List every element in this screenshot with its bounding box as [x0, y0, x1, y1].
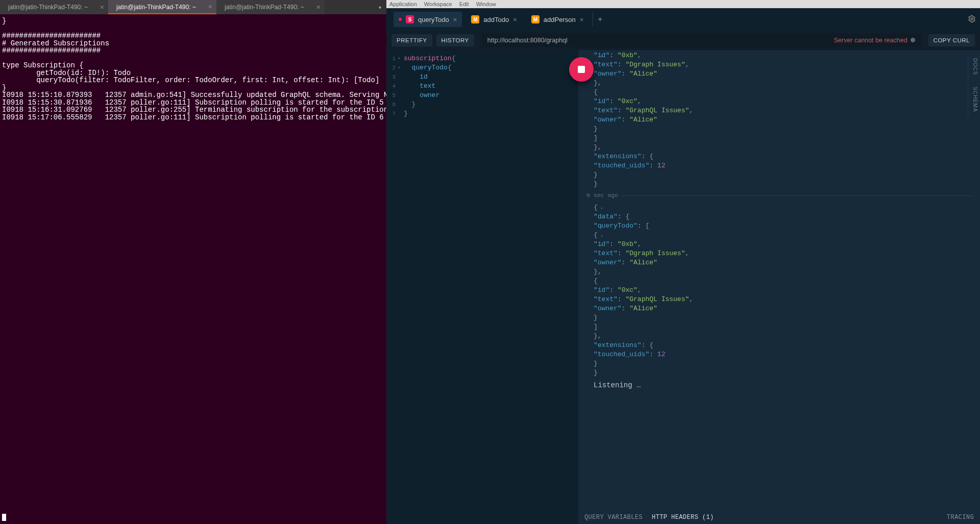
terminal-tab-label: jatin@jatin-ThinkPad-T490: ~ — [116, 4, 196, 11]
menu-bar: Application Workspace Edit Window — [386, 0, 980, 8]
close-icon[interactable]: × — [316, 0, 321, 14]
mutation-badge-icon: M — [471, 15, 479, 23]
close-icon[interactable]: × — [580, 16, 584, 23]
result-separator: 0 sec ago — [586, 191, 974, 200]
gear-icon[interactable] — [968, 15, 976, 24]
close-icon[interactable]: × — [513, 16, 517, 23]
docs-tab[interactable]: DOCS — [968, 54, 980, 80]
tab-addperson[interactable]: M addPerson × — [526, 12, 589, 27]
code-area[interactable]: subscription{ queryTodo{ id text owner }… — [404, 54, 578, 118]
subscription-badge-icon: S — [406, 15, 414, 23]
result-pane: ▾ "id": "0xb", "text": "Dgraph Issues", … — [578, 50, 980, 524]
prettify-button[interactable]: PRETTIFY — [391, 34, 432, 46]
endpoint-value: http://localhost:8080/graphql — [487, 37, 568, 44]
terminal-tab-1[interactable]: jatin@jatin-ThinkPad-T490: ~ × — [108, 0, 216, 14]
chevron-down-icon[interactable]: ▾ — [379, 5, 381, 10]
status-dot-icon — [911, 38, 915, 42]
endpoint-input[interactable]: http://localhost:8080/graphql Server can… — [481, 33, 921, 47]
result-viewer[interactable]: ▾ "id": "0xb", "text": "Dgraph Issues", … — [578, 50, 980, 511]
side-dock: DOCS SCHEMA — [968, 50, 980, 116]
bottom-drawer-tabs: QUERY VARIABLES HTTP HEADERS (1) TRACING — [578, 511, 980, 524]
terminal-tab-bar: jatin@jatin-ThinkPad-T490: ~ × jatin@jat… — [0, 0, 386, 14]
result-timestamp: 0 sec ago — [586, 191, 618, 200]
fold-gutter: ▾▾ — [398, 50, 404, 118]
close-icon[interactable]: × — [100, 0, 104, 14]
dirty-dot-icon — [399, 18, 402, 21]
tab-addtodo[interactable]: M addTodo × — [466, 12, 522, 27]
editor-row: 1234567 ▾▾ subscription{ queryTodo{ id t… — [386, 50, 980, 524]
menu-workspace[interactable]: Workspace — [424, 1, 452, 7]
tab-label: addPerson — [544, 16, 576, 23]
terminal-window: jatin@jatin-ThinkPad-T490: ~ × jatin@jat… — [0, 0, 386, 524]
menu-application[interactable]: Application — [389, 1, 417, 7]
stop-subscription-button[interactable] — [569, 57, 594, 82]
close-icon[interactable]: × — [453, 16, 457, 23]
copy-curl-button[interactable]: COPY CURL — [928, 34, 975, 46]
tracing-tab[interactable]: TRACING — [947, 514, 974, 521]
terminal-tab-label: jatin@jatin-ThinkPad-T490: ~ — [8, 4, 88, 11]
line-gutter: 1234567 — [386, 50, 398, 118]
history-button[interactable]: HISTORY — [436, 34, 474, 46]
server-status: Server cannot be reached — [834, 37, 915, 44]
graphql-playground: Application Workspace Edit Window S quer… — [386, 0, 980, 524]
query-variables-tab[interactable]: QUERY VARIABLES — [584, 514, 643, 521]
terminal-tab-label: jatin@jatin-ThinkPad-T490: ~ — [225, 4, 304, 11]
terminal-output[interactable]: } ####################### # Generated Su… — [0, 14, 386, 524]
tabs-row: S queryTodo × M addTodo × M addPerson × … — [386, 8, 980, 31]
close-icon[interactable]: × — [208, 0, 212, 14]
toolbar: PRETTIFY HISTORY http://localhost:8080/g… — [386, 31, 980, 50]
schema-tab[interactable]: SCHEMA — [968, 83, 980, 116]
tab-querytodo[interactable]: S queryTodo × — [394, 12, 462, 27]
terminal-tab-0[interactable]: jatin@jatin-ThinkPad-T490: ~ × — [0, 0, 108, 14]
menu-edit[interactable]: Edit — [459, 1, 469, 7]
svg-point-0 — [971, 18, 973, 20]
http-headers-tab[interactable]: HTTP HEADERS (1) — [652, 514, 714, 521]
menu-window[interactable]: Window — [476, 1, 496, 7]
terminal-tab-2[interactable]: jatin@jatin-ThinkPad-T490: ~ × — [216, 0, 325, 14]
terminal-cursor — [2, 514, 6, 521]
mutation-badge-icon: M — [531, 15, 540, 23]
new-tab-button[interactable]: + — [593, 12, 607, 27]
tab-label: queryTodo — [418, 16, 449, 23]
tab-label: addTodo — [483, 16, 509, 23]
query-editor[interactable]: 1234567 ▾▾ subscription{ queryTodo{ id t… — [386, 50, 578, 524]
listening-status: Listening … — [594, 378, 974, 391]
stop-icon — [578, 66, 585, 73]
server-status-text: Server cannot be reached — [834, 37, 908, 44]
